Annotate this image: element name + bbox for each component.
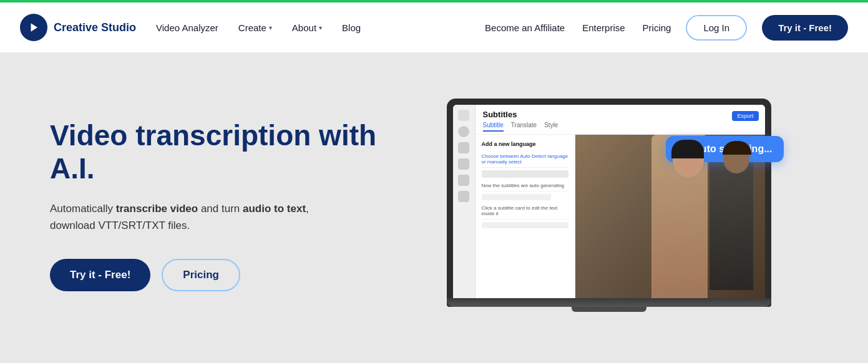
laptop-screen-outer: Subtitles Subtitle Translate Style Expor… <box>447 99 771 307</box>
nav-right-links: Become an Affiliate Enterprise Pricing <box>485 22 671 33</box>
hero-right: Subtitles Subtitle Translate Style Expor… <box>399 99 818 312</box>
nav-item-enterprise[interactable]: Enterprise <box>582 22 625 33</box>
sidebar-subtitles-icon <box>458 142 469 153</box>
hero-buttons: Try it - Free! Pricing <box>50 259 399 291</box>
subtitle-bold-2: audio to text <box>243 203 306 215</box>
nav-item-video-analyzer[interactable]: Video Analyzer <box>156 22 218 33</box>
hero-title: Video transcription with A.I. <box>50 119 399 185</box>
person-1-hair <box>671 140 704 158</box>
app-left-panel: Add a new language Choose between Auto D… <box>475 135 575 298</box>
hero-section: Video transcription with A.I. Automatica… <box>0 52 868 353</box>
nav-left: Creative Studio Video Analyzer Create ▾ … <box>20 14 485 41</box>
laptop-base <box>447 298 771 307</box>
logo-icon <box>20 14 47 41</box>
panel-item-3: Click a subtitle card to edit the text i… <box>482 203 568 220</box>
panel-item-1: Choose between Auto Detect language or m… <box>482 151 568 168</box>
sidebar-settings-icon <box>458 126 469 137</box>
chevron-down-icon: ▾ <box>319 24 322 31</box>
nav-item-pricing[interactable]: Pricing <box>643 22 671 33</box>
play-icon <box>28 22 39 33</box>
progress-bar-1 <box>482 170 568 178</box>
sidebar-brand-icon <box>458 158 469 170</box>
try-free-button-nav[interactable]: Try it - Free! <box>762 15 848 41</box>
sidebar-effects-icon <box>458 191 469 202</box>
app-header: Subtitles Subtitle Translate Style Expor… <box>475 105 765 135</box>
nav-item-blog[interactable]: Blog <box>342 22 361 33</box>
app-tabs: Subtitle Translate Style <box>483 122 758 132</box>
panel-item-2: Now the subtitles are auto generating <box>482 180 568 191</box>
tab-subtitle[interactable]: Subtitle <box>483 122 504 132</box>
sidebar-menu-icon <box>458 110 469 121</box>
app-header-title: Subtitles <box>483 110 758 119</box>
progress-bar-3 <box>482 222 568 228</box>
pricing-button-hero[interactable]: Pricing <box>162 259 240 291</box>
subtitle-bold-1: transcribe video <box>116 203 198 215</box>
subtitle-text-1: Automatically <box>50 203 116 215</box>
tab-translate[interactable]: Translate <box>511 122 537 132</box>
nav-right: Become an Affiliate Enterprise Pricing L… <box>485 15 848 41</box>
laptop-stand <box>572 307 646 312</box>
nav-item-about[interactable]: About ▾ <box>292 22 322 33</box>
nav-item-affiliate[interactable]: Become an Affiliate <box>485 22 565 33</box>
app-main: Subtitles Subtitle Translate Style Expor… <box>475 105 765 298</box>
try-free-button-hero[interactable]: Try it - Free! <box>50 259 150 291</box>
subtitle-text-2: and turn <box>198 203 243 215</box>
export-button[interactable]: Export <box>732 111 758 121</box>
logo[interactable]: Creative Studio <box>20 14 136 41</box>
nav-item-create[interactable]: Create ▾ <box>238 22 272 33</box>
svg-marker-0 <box>31 23 38 32</box>
sidebar-media-icon <box>458 175 469 186</box>
panel-add-language-label: Add a new language <box>482 141 568 147</box>
progress-bar-2 <box>482 194 551 200</box>
laptop-mockup: Subtitles Subtitle Translate Style Expor… <box>447 99 771 312</box>
tab-style[interactable]: Style <box>544 122 558 132</box>
navbar: Creative Studio Video Analyzer Create ▾ … <box>0 2 868 52</box>
laptop-screen-inner: Subtitles Subtitle Translate Style Expor… <box>453 105 765 298</box>
chevron-down-icon: ▾ <box>269 24 272 31</box>
hero-subtitle: Automatically transcribe video and turn … <box>50 200 349 234</box>
logo-text: Creative Studio <box>54 21 136 34</box>
hero-left: Video transcription with A.I. Automatica… <box>50 119 399 291</box>
login-button[interactable]: Log In <box>686 15 747 41</box>
app-sidebar <box>453 105 475 298</box>
